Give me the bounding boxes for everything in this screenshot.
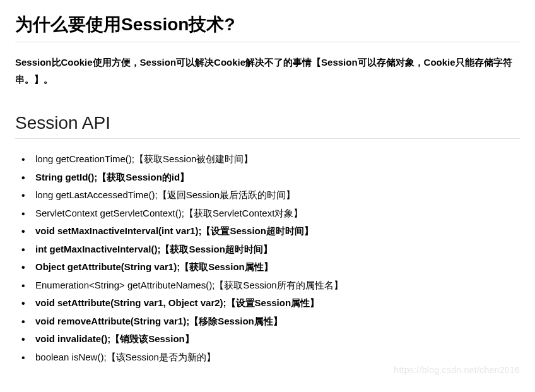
- api-list-item: long getCreationTime();【获取Session被创建时间】: [33, 150, 520, 169]
- api-list-item: Enumeration<String> getAttributeNames();…: [33, 276, 520, 295]
- api-list: long getCreationTime();【获取Session被创建时间】S…: [15, 150, 520, 366]
- page-title: 为什么要使用Session技术?: [15, 13, 520, 37]
- section-title: Session API: [15, 113, 520, 133]
- api-list-item: boolean isNew();【该Session是否为新的】: [33, 348, 520, 367]
- api-list-item: void setAttribute(String var1, Object va…: [33, 294, 520, 312]
- api-list-item: String getId();【获取Session的id】: [33, 169, 520, 187]
- intro-paragraph: Session比Cookie使用方便，Session可以解决Cookie解决不了…: [15, 54, 520, 88]
- api-list-item: void setMaxInactiveInterval(int var1);【设…: [33, 222, 520, 241]
- api-list-item: void invalidate();【销毁该Session】: [33, 330, 520, 348]
- api-list-item: int getMaxInactiveInterval();【获取Session超…: [33, 241, 520, 259]
- watermark: https://blog.csdn.net/chen2016: [394, 365, 520, 375]
- divider-top: [15, 42, 520, 42]
- divider-section: [15, 138, 520, 139]
- api-list-item: ServletContext getServletContext();【获取Se…: [33, 205, 520, 223]
- api-list-item: long getLastAccessedTime();【返回Session最后活…: [33, 186, 520, 205]
- api-list-item: void removeAttribute(String var1);【移除Ses…: [33, 312, 520, 331]
- api-list-item: Object getAttribute(String var1);【获取Sess…: [33, 258, 520, 276]
